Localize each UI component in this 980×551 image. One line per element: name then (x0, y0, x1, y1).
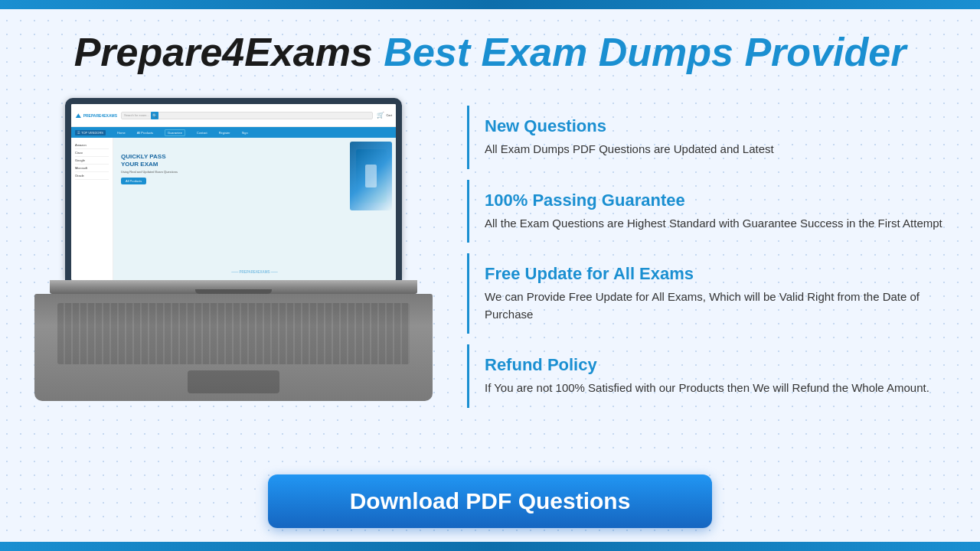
screen-cart-icon: 🛒 (377, 112, 384, 119)
screen-sidebar-amazon: Amazon (75, 142, 109, 149)
screen-search-bar: Search for exam... 🔍 (121, 112, 373, 119)
screen-content: PREPARE4EXAMS Search for exam... 🔍 🛒 Car… (71, 104, 396, 280)
screen-sidebar-microsoft: Microsoft (75, 165, 109, 172)
laptop-hinge (50, 280, 417, 294)
feature-update-title: Free Update for All Exams (485, 264, 949, 284)
screen-logo-text: PREPARE4EXAMS (83, 113, 117, 118)
laptop-touchpad (188, 370, 279, 393)
feature-new-questions-desc: All Exam Dumps PDF Questions are Updated… (485, 141, 949, 158)
feature-update-desc: We can Provide Free Update for All Exams… (485, 289, 949, 323)
feature-passing-title: 100% Passing Guarantee (485, 191, 949, 210)
features-section: New Questions All Exam Dumps PDF Questio… (467, 98, 949, 419)
screen-topnav-register: Register (219, 131, 230, 135)
svg-marker-0 (76, 113, 81, 118)
screen-hero-text: QUICKLY PASSYOUR EXAM Using Real and Upd… (121, 153, 178, 184)
screen-cart-text: Cart (386, 113, 392, 117)
laptop-keyboard (57, 303, 410, 364)
screen-topnav-vendors: ☰ TOP VENDORS (75, 130, 106, 135)
feature-passing-guarantee: 100% Passing Guarantee All the Exam Ques… (467, 180, 949, 243)
feature-new-questions-title: New Questions (485, 116, 949, 136)
screen-sidebar-cisco: Cisco (75, 149, 109, 157)
screen-logo-icon (75, 112, 82, 119)
screen-search-placeholder: Search for exam... (124, 113, 149, 117)
screen-hero-button: All Products (121, 178, 146, 184)
screen-cart: 🛒 Cart (377, 112, 392, 119)
top-accent-bar (0, 0, 980, 9)
screen-watermark: —— PREPARE4EXAMS —— (231, 270, 277, 274)
laptop-keyboard-area (34, 294, 433, 401)
laptop-wrapper: PREPARE4EXAMS Search for exam... 🔍 🛒 Car… (34, 98, 433, 401)
screen-logo: PREPARE4EXAMS (75, 112, 117, 119)
feature-refund-policy: Refund Policy If You are not 100% Satisf… (467, 344, 949, 408)
bottom-accent-bar (0, 542, 980, 551)
laptop-screen: PREPARE4EXAMS Search for exam... 🔍 🛒 Car… (71, 104, 396, 280)
screen-topnav-guarantee: Guarantee (165, 129, 185, 136)
content-area: PREPARE4EXAMS Search for exam... 🔍 🛒 Car… (31, 98, 949, 459)
download-pdf-button[interactable]: Download PDF Questions (268, 474, 712, 528)
feature-refund-title: Refund Policy (485, 355, 949, 375)
feature-refund-desc: If You are not 100% Satisfied with our P… (485, 380, 949, 397)
screen-hero-subtitle: Using Real and Updated Exam Questions (121, 170, 178, 174)
screen-sidebar: Amazon Cisco Google Microsoft Oracle (71, 138, 113, 280)
laptop-screen-container: PREPARE4EXAMS Search for exam... 🔍 🛒 Car… (65, 98, 402, 280)
screen-sidebar-google: Google (75, 157, 109, 165)
screen-sidebar-oracle: Oracle (75, 172, 109, 180)
screen-search-button: 🔍 (151, 112, 158, 119)
screen-topnav-products: All Products (137, 131, 153, 135)
screen-main: QUICKLY PASSYOUR EXAM Using Real and Upd… (113, 138, 396, 280)
header: Prepare4Exams Best Exam Dumps Provider (31, 29, 949, 75)
screen-topnav-contact: Contact (197, 131, 207, 135)
feature-new-questions: New Questions All Exam Dumps PDF Questio… (467, 106, 949, 169)
screen-topnav-sign: Sign (242, 131, 248, 135)
screen-hero-title: QUICKLY PASSYOUR EXAM (121, 153, 178, 168)
screen-product-figure (365, 165, 377, 187)
feature-free-update: Free Update for All Exams We can Provide… (467, 253, 949, 334)
screen-topnav-home: Home (117, 131, 126, 135)
screen-product-visual (356, 149, 387, 203)
screen-product-box (350, 142, 392, 210)
header-title: Prepare4Exams Best Exam Dumps Provider (74, 30, 906, 74)
screen-body: Amazon Cisco Google Microsoft Oracle QUI… (71, 138, 396, 280)
screen-topnav: ☰ TOP VENDORS Home All Products Guarante… (71, 127, 396, 138)
laptop-section: PREPARE4EXAMS Search for exam... 🔍 🛒 Car… (31, 98, 436, 401)
screen-nav: PREPARE4EXAMS Search for exam... 🔍 🛒 Car… (71, 104, 396, 127)
download-section: Download PDF Questions (31, 474, 949, 528)
feature-passing-desc: All the Exam Questions are Highest Stand… (485, 215, 949, 233)
main-container: Prepare4Exams Best Exam Dumps Provider (0, 0, 980, 551)
